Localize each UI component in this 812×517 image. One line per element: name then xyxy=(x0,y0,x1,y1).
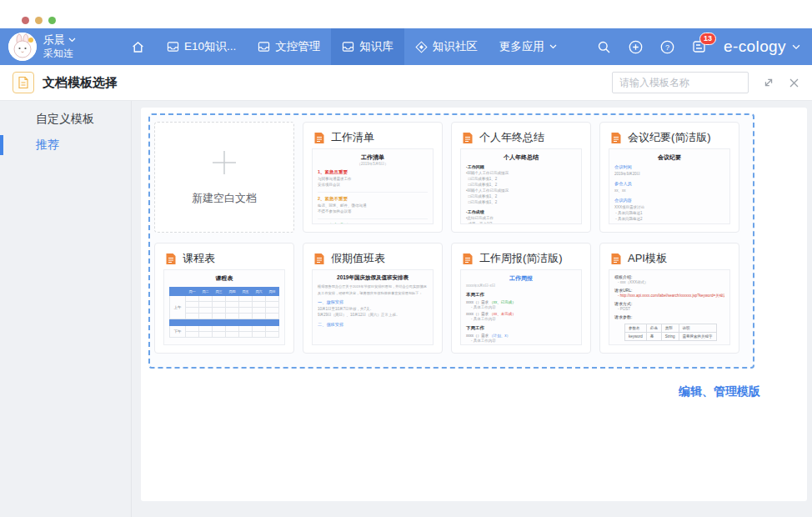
preview-field-value: - xxx（XXX样式） xyxy=(614,280,724,284)
document-template-icon xyxy=(13,72,34,93)
user-org-label: 采知连 xyxy=(43,48,92,61)
nav-more-apps-label: 更多应用 xyxy=(499,39,544,54)
template-card-meeting-minutes[interactable]: 会议纪要(简洁版) 会议纪要 会议时间 2019年9月20日 参会人员 xx、x… xyxy=(599,122,739,233)
template-card-year-end-summary[interactable]: 个人年终总结 个人年终总结 ·工作回顾 •回顾个人工作已完成情况 □已完成事项1… xyxy=(451,122,591,233)
preview-field-label: 请求参数: xyxy=(614,314,724,319)
preview-field-label: 模板介绍: xyxy=(614,274,724,279)
avatar[interactable] xyxy=(8,33,37,61)
template-preview: 工作周报 xxxx年x月x日-x日 本周工作 xxxx（）需求 （xx、已完成）… xyxy=(460,269,582,345)
chevron-down-icon xyxy=(68,38,76,43)
nav-knowledge-community[interactable]: 知识社区 xyxy=(404,28,489,65)
document-icon xyxy=(18,76,29,89)
status-tag: （xx、未完成） xyxy=(489,312,516,316)
preview-section-body: 与同事沟通需求工作 安排项目会议 xyxy=(318,177,428,188)
nav-knowledge-base-label: 知识库 xyxy=(359,39,393,54)
create-new-button[interactable] xyxy=(629,40,643,54)
nav-doc-control-label: 文控管理 xyxy=(275,39,320,54)
preview-section-heading: 二、值班安排 xyxy=(318,322,428,328)
rabbit-avatar-icon xyxy=(8,33,37,61)
preview-doc-title: 2019年国庆放假及值班安排表 xyxy=(318,274,428,281)
user-block: 乐晨 采知连 xyxy=(43,33,92,60)
preview-doc-title: 工作清单 xyxy=(318,153,428,161)
preview-block-heading: 本周工作 xyxy=(466,292,576,298)
preview-section-body: 电话、回复、邮件、微信沟通 不得不参加的会议等 xyxy=(318,203,428,215)
search-icon xyxy=(597,40,611,54)
template-preview: 个人年终总结 ·工作回顾 •回顾个人工作已完成情况 □已完成事项1、2 □已完成… xyxy=(460,148,582,224)
sidebar-section-custom-templates[interactable]: 自定义模板 xyxy=(0,101,131,127)
home-icon xyxy=(131,40,145,54)
preview-intro: 根据国务院办公厅关于2019年节假日安排的通知，并结合公司实际情况及工作安排，经… xyxy=(318,284,428,295)
preview-field-label: 请求URL: xyxy=(614,288,724,293)
preview-subline: - 具体工作内容 xyxy=(466,317,576,321)
brand-logo[interactable]: e-cology xyxy=(724,38,800,56)
template-preview: 会议纪要 会议时间 2019年9月20日 参会人员 xx、xx 会议内容 XXX… xyxy=(609,148,730,224)
diamond-icon xyxy=(415,41,428,53)
minimize-window-button[interactable] xyxy=(35,17,43,24)
help-button[interactable]: ? xyxy=(660,40,674,54)
nav-e10-knowledge-label: E10知识... xyxy=(184,39,236,54)
orange-document-icon xyxy=(165,253,177,265)
template-sidebar: 自定义模板 推荐 xyxy=(0,101,132,517)
template-card-weekly-report[interactable]: 工作周报(简洁版) 工作周报 xxxx年x月x日-x日 本周工作 xxxx（）需… xyxy=(451,243,591,354)
sidebar-item-recommended[interactable]: 推荐 xyxy=(0,134,131,156)
window-titlebar xyxy=(0,0,812,28)
template-panel: 新建空白文档 工作清单 工作清单 （2019年5月6日） 1、紧急且重要 与同事… xyxy=(141,108,807,501)
dialog-body: 自定义模板 推荐 新建空白文档 工作清单 xyxy=(0,101,812,517)
page-header: 文档模板选择 xyxy=(0,65,812,101)
svg-text:?: ? xyxy=(665,43,669,51)
tray-icon xyxy=(342,41,354,53)
nav-doc-control[interactable]: 文控管理 xyxy=(247,28,331,65)
template-preview: 2019年国庆放假及值班安排表 根据国务院办公厅关于2019年节假日安排的通知，… xyxy=(312,269,434,345)
preview-section-heading: 会议时间 xyxy=(614,164,724,170)
preview-section-body: 2019年9月20日 xyxy=(614,172,724,178)
close-window-button[interactable] xyxy=(22,17,29,24)
new-blank-document-label: 新建空白文档 xyxy=(192,191,257,206)
status-tag: （计划、x） xyxy=(489,334,510,338)
preview-section-body: xx、xx xyxy=(614,188,724,194)
preview-section-heading: 3、不紧急重要 xyxy=(318,218,428,224)
orange-document-icon xyxy=(610,253,622,265)
orange-document-icon xyxy=(462,132,474,144)
plus-circle-icon xyxy=(629,40,643,54)
search-button[interactable] xyxy=(597,40,611,54)
template-card-class-schedule[interactable]: 课程表 课程表 周一周二周三周四周五周六周日 上午 xyxy=(154,243,294,354)
close-icon xyxy=(789,78,799,88)
preview-subline: - 具体工作内容 xyxy=(466,305,576,309)
nav-home[interactable] xyxy=(120,28,156,65)
zoom-window-button[interactable] xyxy=(48,17,56,24)
chevron-down-icon xyxy=(792,44,800,50)
preview-section-heading: 参会人员 xyxy=(614,181,724,187)
template-card-api[interactable]: API模板 模板介绍: - xxx（XXX样式） 请求URL: - http:/… xyxy=(599,243,739,354)
preview-section-body: 10月1日至10月7日放假，共7天。 9月29日（周日）、10月12日（周六）正… xyxy=(318,307,428,319)
preview-schedule-table: 周一周二周三周四周五周六周日 上午 下午 xyxy=(169,287,279,338)
nav-e10-knowledge[interactable]: E10知识... xyxy=(156,28,247,65)
expand-icon xyxy=(763,77,774,88)
user-name[interactable]: 乐晨 xyxy=(43,33,92,48)
template-card-title: 会议纪要(简洁版) xyxy=(628,130,711,145)
close-dialog-button[interactable] xyxy=(789,78,799,88)
nav-more-apps[interactable]: 更多应用 xyxy=(489,28,568,65)
preview-field-label: 请求方式: xyxy=(614,301,724,306)
preview-section-body: XXX项目需求讨论 - 具体问题概述1 - 具体问题概述2 XXX项目需求XXX… xyxy=(614,205,724,224)
preview-block-body: •回顾个人工作已完成情况 □已完成事项1、2 □已完成事项1、2 •回顾个人工作… xyxy=(466,171,576,206)
preview-subtitle: （2019年5月6日） xyxy=(318,162,428,166)
template-search-input[interactable] xyxy=(612,72,749,93)
manage-templates-link[interactable]: 编辑、管理模版 xyxy=(679,384,760,399)
nav-knowledge-base[interactable]: 知识库 xyxy=(331,28,404,65)
message-center-button[interactable]: 13 xyxy=(692,40,706,53)
template-card-work-checklist[interactable]: 工作清单 工作清单 （2019年5月6日） 1、紧急且重要 与同事沟通需求工作 … xyxy=(303,122,443,233)
user-name-label: 乐晨 xyxy=(43,33,65,48)
brand-label: e-cology xyxy=(724,38,786,56)
chevron-down-icon xyxy=(549,44,557,49)
orange-document-icon xyxy=(313,253,325,265)
active-indicator-bar xyxy=(0,135,3,155)
expand-button[interactable] xyxy=(763,77,774,88)
question-circle-icon: ? xyxy=(660,40,674,54)
preview-block-heading: 下周工作 xyxy=(466,325,576,331)
template-card-title: 假期值班表 xyxy=(331,251,385,266)
new-blank-document-card[interactable]: 新建空白文档 xyxy=(154,122,294,233)
nav-knowledge-community-label: 知识社区 xyxy=(433,39,478,54)
template-card-title: API模板 xyxy=(628,251,667,266)
main-nav: E10知识... 文控管理 知识库 知识社区 更多应用 xyxy=(120,28,568,65)
template-card-holiday-duty-roster[interactable]: 假期值班表 2019年国庆放假及值班安排表 根据国务院办公厅关于2019年节假日… xyxy=(303,243,443,354)
